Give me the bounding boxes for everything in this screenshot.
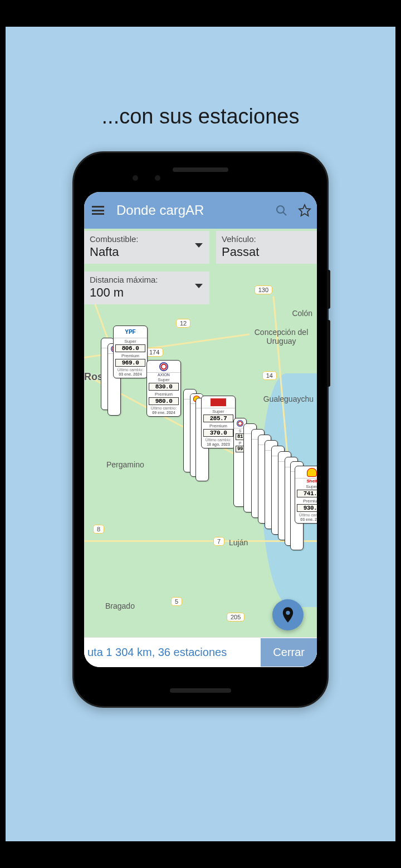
price-label: Super (295, 484, 317, 489)
route-shield: 14 (262, 371, 277, 380)
device-home-indicator (170, 688, 231, 693)
vehicle-selector[interactable]: Vehículo: Passat (216, 231, 317, 264)
station-card-axion[interactable]: AXION Super 830.0 Premium 980.0 Último c… (146, 360, 181, 417)
svg-point-0 (277, 206, 284, 213)
price-meta: Último cambio: 18 ago. 2023 (202, 437, 235, 448)
route-shield: 205 (227, 613, 244, 622)
city-label: Ros (84, 371, 103, 383)
price-value: 741.0 (297, 490, 317, 497)
brand-shell (295, 466, 317, 479)
city-label: Bragado (105, 601, 135, 610)
station-card-ypf[interactable]: YPF Super 806.0 Premium 969.0 Último cam… (113, 326, 148, 378)
device-camera (155, 175, 160, 181)
city-label: Luján (229, 538, 248, 547)
price-meta: Último cambio: 09 ene. 2024 (147, 406, 180, 416)
brand-axion (147, 361, 180, 373)
fuel-label: Combustible: (90, 234, 204, 244)
device-camera (133, 175, 138, 181)
city-label: Concepción del Uruguay (253, 328, 309, 346)
station-card-shell[interactable]: Shell Super 741.0 Premium 930.0 Último c… (295, 466, 317, 524)
price-value: 806.0 (115, 344, 145, 352)
distance-value: 100 m (90, 285, 204, 300)
chevron-down-icon (195, 284, 203, 288)
price-label: Premium (202, 423, 235, 428)
search-icon[interactable] (273, 203, 289, 218)
price-meta: Último cambio: 03 ene. 2024 (114, 367, 147, 378)
route-shield: 8 (93, 525, 104, 534)
city-label: Pergamino (106, 460, 144, 469)
price-value: 969.0 (115, 359, 145, 367)
device-side-button (327, 320, 330, 387)
chevron-down-icon (195, 243, 203, 248)
route-summary: uta 1 304 km, 36 estaciones (84, 646, 261, 659)
svg-line-1 (283, 213, 287, 216)
price-value: 370.0 (203, 429, 233, 437)
filter-panel: Combustible: Nafta Vehículo: Passat Dist… (84, 229, 317, 307)
price-label: Premium (114, 353, 147, 358)
brand-puma (202, 396, 235, 408)
star-icon[interactable] (297, 203, 312, 218)
app-title: Donde cargAR (116, 203, 266, 218)
device-frame: Donde cargAR Ros Colón Conce (72, 151, 329, 708)
app-bar: Donde cargAR (84, 192, 317, 229)
price-label: Super (147, 377, 180, 382)
brand-ypf: YPF (114, 326, 147, 338)
menu-icon[interactable] (92, 206, 104, 215)
location-pin-icon (282, 607, 294, 623)
price-label: Super (202, 408, 235, 414)
my-location-button[interactable] (272, 599, 304, 630)
promo-title: ...con sus estaciones (6, 105, 395, 129)
fuel-dropdown[interactable]: Combustible: Nafta (84, 231, 209, 264)
price-label: Premium (147, 391, 180, 397)
close-button[interactable]: Cerrar (261, 638, 317, 667)
svg-marker-2 (299, 205, 310, 216)
station-card-puma[interactable]: Super 285.7 Premium 370.0 Último cambio:… (201, 396, 236, 448)
vehicle-label: Vehículo: (222, 234, 311, 244)
fuel-value: Nafta (90, 245, 204, 259)
price-value: 285.7 (203, 415, 233, 422)
city-label: Colón (292, 309, 312, 318)
city-label: Gualeguaychu (263, 394, 314, 403)
app-screen: Donde cargAR Ros Colón Conce (84, 192, 317, 667)
price-value: 980.0 (149, 397, 179, 405)
route-shield: 12 (176, 319, 190, 328)
vehicle-value: Passat (222, 245, 311, 259)
device-side-button (327, 270, 330, 309)
route-shield: 7 (213, 537, 224, 546)
distance-label: Distancia máxima: (90, 275, 204, 284)
price-value: 830.0 (149, 383, 179, 391)
price-label: Premium (295, 498, 317, 504)
distance-dropdown[interactable]: Distancia máxima: 100 m (84, 272, 209, 304)
bottom-bar: uta 1 304 km, 36 estaciones Cerrar (84, 637, 317, 667)
device-speaker (173, 167, 228, 172)
price-meta: Último cambio: 03 ene. 2024 (295, 512, 317, 523)
route-shield: 174 (145, 348, 163, 357)
price-value: 930.0 (297, 504, 317, 512)
price-label: Super (114, 338, 147, 344)
route-shield: 5 (171, 597, 182, 606)
